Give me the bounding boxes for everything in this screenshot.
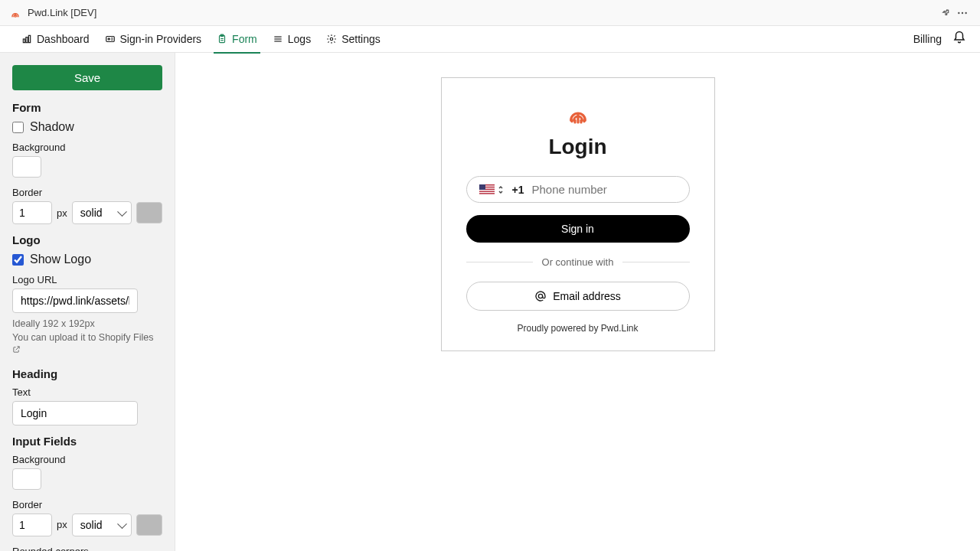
chart-bar-icon (21, 34, 32, 44)
window-title: Pwd.Link [DEV] (28, 7, 96, 18)
billing-link[interactable]: Billing (913, 33, 942, 45)
svg-point-31 (538, 294, 542, 298)
svg-point-2 (962, 11, 963, 13)
logo-hint-size: Ideally 192 x 192px (12, 318, 162, 331)
background-label: Background (12, 142, 162, 153)
form-border-width-input[interactable] (12, 201, 52, 224)
svg-point-3 (965, 11, 966, 13)
shadow-checkbox[interactable] (12, 122, 24, 133)
id-card-icon (105, 34, 116, 44)
svg-rect-4 (23, 39, 24, 43)
heading-text-label: Text (12, 386, 162, 398)
heading-text-input[interactable] (12, 401, 138, 425)
border-label: Border (12, 187, 162, 198)
show-logo-checkbox[interactable] (12, 254, 24, 266)
svg-rect-28 (479, 191, 495, 192)
logo-url-label: Logo URL (12, 274, 162, 285)
input-border-color-swatch[interactable] (136, 514, 162, 536)
rounded-label: Rounded corners (12, 546, 162, 551)
svg-rect-27 (479, 190, 495, 191)
clipboard-icon (217, 34, 227, 44)
logo-url-input[interactable] (12, 289, 138, 313)
svg-point-8 (108, 38, 109, 40)
list-icon (273, 34, 283, 44)
input-border-style-select[interactable]: solid (72, 514, 132, 536)
section-form: Form (12, 101, 162, 114)
preview-email-button[interactable]: Email address (466, 282, 690, 311)
country-selector[interactable] (479, 184, 505, 195)
gear-icon (326, 34, 337, 44)
preview-area: Login +1 Sign in Or continue with Email … (175, 53, 980, 551)
svg-rect-30 (479, 184, 485, 190)
form-border-style-select[interactable]: solid (72, 201, 132, 224)
at-icon (534, 290, 547, 302)
form-bg-swatch[interactable] (12, 156, 41, 178)
settings-sidebar: Save Form Shadow Background Border px so… (0, 53, 175, 551)
svg-point-1 (958, 11, 959, 13)
svg-rect-5 (26, 37, 28, 43)
svg-rect-29 (479, 194, 495, 194)
show-logo-row[interactable]: Show Logo (12, 253, 162, 266)
phone-input[interactable] (531, 183, 677, 196)
section-heading: Heading (12, 367, 162, 380)
preview-heading: Login (466, 135, 690, 159)
nav-dashboard[interactable]: Dashboard (14, 26, 97, 53)
top-nav: Dashboard Sign-in Providers Form Logs Se… (0, 26, 980, 53)
phone-field[interactable]: +1 (466, 176, 690, 203)
input-border-width-input[interactable] (12, 514, 52, 536)
divider: Or continue with (466, 256, 690, 268)
shadow-checkbox-row[interactable]: Shadow (12, 120, 162, 134)
form-border-color-swatch[interactable] (136, 202, 162, 223)
us-flag-icon (479, 184, 495, 195)
input-bg-swatch[interactable] (12, 468, 41, 490)
external-link-icon[interactable] (12, 344, 21, 358)
section-logo: Logo (12, 233, 162, 246)
nav-form[interactable]: Form (209, 26, 265, 53)
more-icon[interactable] (954, 5, 971, 21)
login-preview-card: Login +1 Sign in Or continue with Email … (441, 77, 715, 351)
bell-icon[interactable] (952, 31, 966, 47)
window-titlebar: Pwd.Link [DEV] (0, 0, 980, 26)
preview-logo (466, 101, 690, 126)
nav-signin-providers[interactable]: Sign-in Providers (97, 26, 210, 53)
pin-icon[interactable] (937, 5, 954, 21)
svg-rect-6 (28, 35, 30, 42)
logo-hint-upload: You can upload it to Shopify Files (12, 331, 162, 358)
input-border-label: Border (12, 499, 162, 510)
svg-point-18 (330, 37, 333, 41)
nav-settings[interactable]: Settings (318, 26, 388, 53)
input-bg-label: Background (12, 454, 162, 465)
save-button[interactable]: Save (12, 65, 162, 90)
chevron-up-down-icon (497, 185, 505, 194)
nav-logs[interactable]: Logs (265, 26, 318, 53)
dial-code: +1 (512, 184, 524, 196)
powered-by: Proudly powered by Pwd.Link (466, 323, 690, 334)
preview-signin-button[interactable]: Sign in (466, 215, 690, 243)
section-input-fields: Input Fields (12, 435, 162, 448)
app-logo-icon (9, 7, 21, 19)
